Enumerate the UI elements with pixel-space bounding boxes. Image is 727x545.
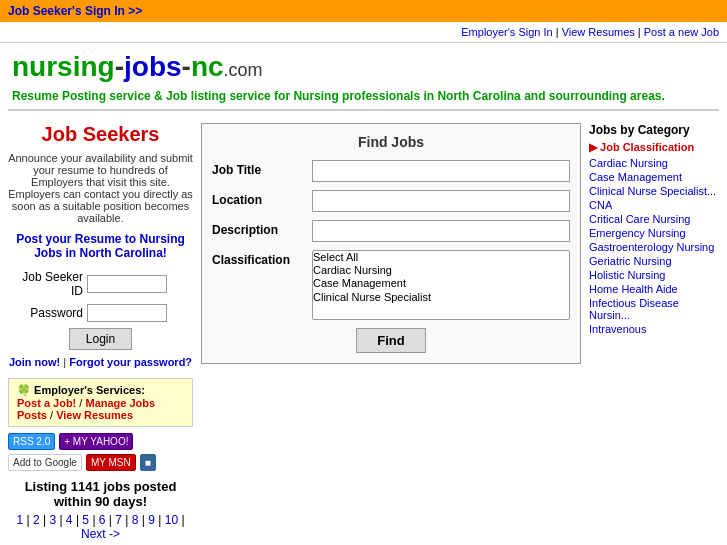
page-9-link[interactable]: 9 xyxy=(148,513,155,527)
password-input[interactable] xyxy=(87,304,167,322)
pagination: 1 | 2 | 3 | 4 | 5 | 6 | 7 | 8 | 9 | 10 |… xyxy=(8,513,193,541)
category-title: Jobs by Category xyxy=(589,123,719,137)
employer-signin-link[interactable]: Employer's Sign In xyxy=(461,26,552,38)
site-logo: nursing-jobs-nc.com xyxy=(12,51,715,83)
view-resumes-link[interactable]: View Resumes xyxy=(562,26,635,38)
cat-critical-care-link[interactable]: Critical Care Nursing xyxy=(589,213,719,225)
description-label: Description xyxy=(212,220,312,237)
cat-cardiac: Cardiac Nursing xyxy=(589,157,719,169)
job-title-input[interactable] xyxy=(312,160,570,182)
option-clinical-nurse[interactable]: Clinical Nurse Specialist xyxy=(313,291,569,304)
cat-gastro: Gastroenterology Nursing xyxy=(589,241,719,253)
find-button[interactable]: Find xyxy=(356,328,425,353)
rss-badge[interactable]: RSS 2.0 xyxy=(8,433,55,450)
option-cardiac[interactable]: Cardiac Nursing xyxy=(313,264,569,277)
find-jobs-box: Find Jobs Job Title Location Description xyxy=(201,123,581,364)
logo-dash2: - xyxy=(182,51,191,82)
location-input-wrap xyxy=(312,190,570,212)
post-job-link[interactable]: Post a Job! xyxy=(17,397,76,409)
join-row: Join now! | Forgot your password? xyxy=(8,356,193,368)
option-select-all[interactable]: Select All xyxy=(313,251,569,264)
location-label: Location xyxy=(212,190,312,207)
main-divider xyxy=(8,109,719,111)
description-input-wrap xyxy=(312,220,570,242)
post-resume-link[interactable]: Post your Resume to Nursing Jobs in Nort… xyxy=(8,232,193,260)
classification-select[interactable]: Select All Cardiac Nursing Case Manageme… xyxy=(312,250,570,320)
job-title-label: Job Title xyxy=(212,160,312,177)
job-seeker-signin-link[interactable]: Job Seeker's Sign In >> xyxy=(8,4,142,18)
password-label: Password xyxy=(8,306,83,320)
description-input[interactable] xyxy=(312,220,570,242)
login-btn-row: Login xyxy=(8,328,193,350)
cat-emergency: Emergency Nursing xyxy=(589,227,719,239)
cat-cardiac-link[interactable]: Cardiac Nursing xyxy=(589,157,719,169)
location-row: Location xyxy=(212,190,570,212)
job-seeker-id-row: Job Seeker ID xyxy=(8,270,193,298)
page-6-link[interactable]: 6 xyxy=(99,513,106,527)
job-seekers-description: Announce your availability and submit yo… xyxy=(8,152,193,224)
logo-com: .com xyxy=(224,60,263,80)
page-2-link[interactable]: 2 xyxy=(33,513,40,527)
cat-case-mgmt-link[interactable]: Case Management xyxy=(589,171,719,183)
cat-holistic-link[interactable]: Holistic Nursing xyxy=(589,269,719,281)
cat-holistic: Holistic Nursing xyxy=(589,269,719,281)
msn-badge[interactable]: MY MSN xyxy=(86,454,136,471)
join-now-link[interactable]: Join now! xyxy=(9,356,60,368)
cat-intravenous-link[interactable]: Intravenous xyxy=(589,323,719,335)
page-10-link[interactable]: 10 xyxy=(165,513,178,527)
cat-infectious-link[interactable]: Infectious Disease Nursin... xyxy=(589,297,719,321)
cat-critical-care: Critical Care Nursing xyxy=(589,213,719,225)
employer-bar: Employer's Sign In | View Resumes | Post… xyxy=(0,22,727,43)
job-seekers-title: Job Seekers xyxy=(8,123,193,146)
extra-badge[interactable]: ■ xyxy=(140,454,156,471)
cat-clinical-nurse-link[interactable]: Clinical Nurse Specialist... xyxy=(589,185,719,197)
logo-jobs: jobs xyxy=(124,51,182,82)
employer-services-label: 🍀 Employer's Services: xyxy=(17,384,145,396)
yahoo-badge[interactable]: + MY YAHOO! xyxy=(59,433,133,450)
logo-area: nursing-jobs-nc.com xyxy=(0,43,727,87)
cat-geriatric-link[interactable]: Geriatric Nursing xyxy=(589,255,719,267)
cat-home-health-link[interactable]: Home Health Aide xyxy=(589,283,719,295)
classification-label: Classification xyxy=(212,250,312,267)
password-row: Password xyxy=(8,304,193,322)
right-column: Jobs by Category Job Classification Card… xyxy=(589,123,719,545)
page-4-link[interactable]: 4 xyxy=(66,513,73,527)
find-jobs-title: Find Jobs xyxy=(212,134,570,150)
post-new-job-link[interactable]: Post a new Job xyxy=(644,26,719,38)
page-7-link[interactable]: 7 xyxy=(115,513,122,527)
google-badge[interactable]: Add to Google xyxy=(8,454,82,471)
cat-intravenous: Intravenous xyxy=(589,323,719,335)
cat-home-health: Home Health Aide xyxy=(589,283,719,295)
cat-gastro-link[interactable]: Gastroenterology Nursing xyxy=(589,241,719,253)
forgot-password-link[interactable]: Forgot your password? xyxy=(69,356,192,368)
job-classification-header[interactable]: Job Classification xyxy=(589,141,719,154)
top-bar: Job Seeker's Sign In >> xyxy=(0,0,727,22)
cat-infectious: Infectious Disease Nursin... xyxy=(589,297,719,321)
location-input[interactable] xyxy=(312,190,570,212)
find-btn-row: Find xyxy=(212,328,570,353)
listing-count: Listing 1141 jobs posted within 90 days! xyxy=(8,479,193,509)
employer-services: 🍀 Employer's Services: Post a Job! / Man… xyxy=(8,378,193,427)
page-1-link[interactable]: 1 xyxy=(16,513,23,527)
cat-geriatric: Geriatric Nursing xyxy=(589,255,719,267)
page-3-link[interactable]: 3 xyxy=(49,513,56,527)
page-8-link[interactable]: 8 xyxy=(132,513,139,527)
page-5-link[interactable]: 5 xyxy=(82,513,89,527)
job-seeker-id-input[interactable] xyxy=(87,275,167,293)
login-button[interactable]: Login xyxy=(69,328,132,350)
cat-emergency-link[interactable]: Emergency Nursing xyxy=(589,227,719,239)
option-case-mgmt[interactable]: Case Management xyxy=(313,277,569,290)
job-seeker-id-label: Job Seeker ID xyxy=(8,270,83,298)
cat-cna: CNA xyxy=(589,199,719,211)
center-column: Find Jobs Job Title Location Description xyxy=(201,123,581,545)
job-title-row: Job Title xyxy=(212,160,570,182)
cat-cna-link[interactable]: CNA xyxy=(589,199,719,211)
cat-clinical-nurse: Clinical Nurse Specialist... xyxy=(589,185,719,197)
left-column: Job Seekers Announce your availability a… xyxy=(8,123,193,545)
rss-bar: RSS 2.0 + MY YAHOO! Add to Google MY MSN… xyxy=(8,433,193,471)
logo-nc: nc xyxy=(191,51,224,82)
view-resumes-emp-link[interactable]: View Resumes xyxy=(56,409,133,421)
category-list: Job Classification Cardiac Nursing Case … xyxy=(589,141,719,335)
tagline: Resume Posting service & Job listing ser… xyxy=(0,87,727,109)
next-link[interactable]: Next -> xyxy=(81,527,120,541)
